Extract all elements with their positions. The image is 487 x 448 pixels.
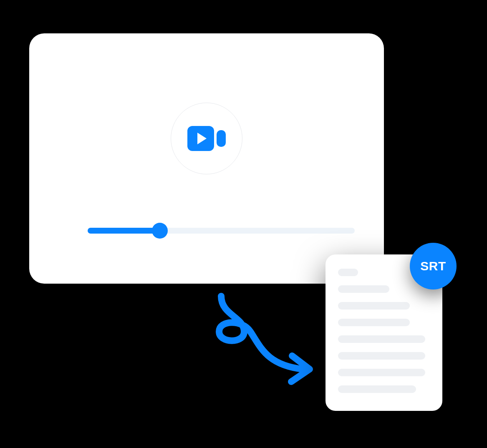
document-line <box>338 285 389 293</box>
document-line <box>338 352 425 360</box>
arrow-icon <box>196 294 317 390</box>
svg-rect-1 <box>217 130 226 147</box>
progress-fill <box>88 228 160 234</box>
play-button[interactable] <box>171 103 242 174</box>
illustration-stage: SRT <box>0 0 487 448</box>
document-lines <box>338 269 430 393</box>
document-line <box>338 335 425 343</box>
subtitle-file-card: SRT <box>326 254 442 411</box>
srt-badge: SRT <box>410 243 457 289</box>
document-line <box>338 319 410 326</box>
srt-badge-label: SRT <box>420 259 446 273</box>
document-line <box>338 269 358 276</box>
document-line <box>338 385 416 393</box>
video-player-card <box>29 33 384 284</box>
progress-thumb[interactable] <box>152 223 168 239</box>
document-line <box>338 302 410 310</box>
video-camera-icon <box>187 124 226 153</box>
document-line <box>338 369 425 376</box>
progress-track[interactable] <box>88 228 355 234</box>
